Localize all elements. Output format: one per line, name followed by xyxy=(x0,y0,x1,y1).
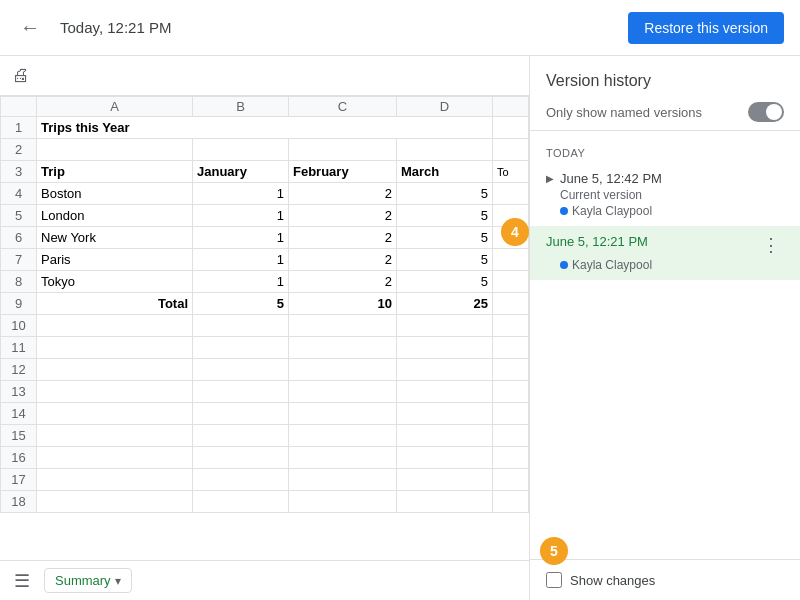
table-row: 13 xyxy=(1,381,529,403)
spreadsheet-table: A B C D 1 Trips this Year xyxy=(0,96,529,513)
version-time-2: June 5, 12:21 PM xyxy=(546,234,648,249)
cell-c3[interactable]: February xyxy=(289,161,397,183)
version-user-1: Kayla Claypool xyxy=(572,204,652,218)
user-dot-icon-2 xyxy=(560,261,568,269)
cell-a4[interactable]: Boston xyxy=(37,183,193,205)
table-row: 17 xyxy=(1,469,529,491)
print-icon[interactable]: 🖨 xyxy=(12,65,30,86)
version-item-top-1: ▶ June 5, 12:42 PM xyxy=(546,171,784,186)
cell-b3[interactable]: January xyxy=(193,161,289,183)
cell-d8[interactable]: 5 xyxy=(397,271,493,293)
expand-arrow-icon[interactable]: ▶ xyxy=(546,173,554,184)
cell-a3[interactable]: Trip xyxy=(37,161,193,183)
table-row: 1 Trips this Year xyxy=(1,117,529,139)
grid-wrapper: A B C D 1 Trips this Year xyxy=(0,96,529,560)
version-item-header-1: ▶ June 5, 12:42 PM xyxy=(546,171,662,186)
version-list: TODAY ▶ June 5, 12:42 PM Current version… xyxy=(530,131,800,559)
corner-header xyxy=(1,97,37,117)
version-panel-title: Version history xyxy=(546,72,784,90)
cell-b8[interactable]: 1 xyxy=(193,271,289,293)
chevron-down-icon: ▾ xyxy=(115,574,121,588)
version-item-1[interactable]: ▶ June 5, 12:42 PM Current version Kayla… xyxy=(530,163,800,226)
hamburger-button[interactable]: ☰ xyxy=(8,566,36,596)
tab-bar: ☰ Summary ▾ xyxy=(0,560,529,600)
cell-d3[interactable]: March xyxy=(397,161,493,183)
table-row: 9 Total 5 10 25 xyxy=(1,293,529,315)
cell-b5[interactable]: 1 xyxy=(193,205,289,227)
named-versions-toggle[interactable] xyxy=(748,102,784,122)
cell-d7[interactable]: 5 xyxy=(397,249,493,271)
cell-c7[interactable]: 2 xyxy=(289,249,397,271)
table-row: 16 xyxy=(1,447,529,469)
cell-a8[interactable]: Tokyo xyxy=(37,271,193,293)
cell-c8[interactable]: 2 xyxy=(289,271,397,293)
toggle-thumb xyxy=(766,104,782,120)
row-num: 9 xyxy=(1,293,37,315)
col-header-a: A xyxy=(37,97,193,117)
cell-a6[interactable]: New York xyxy=(37,227,193,249)
table-row: 15 xyxy=(1,425,529,447)
row-num: 5 xyxy=(1,205,37,227)
cell-d5[interactable]: 5 xyxy=(397,205,493,227)
current-version-label: Current version xyxy=(560,188,642,202)
row-num: 15 xyxy=(1,425,37,447)
version-item-top-2: June 5, 12:21 PM ⋮ xyxy=(546,234,784,256)
cell-e7 xyxy=(493,249,529,271)
cell-e8 xyxy=(493,271,529,293)
row-num: 1 xyxy=(1,117,37,139)
col-header-d: D xyxy=(397,97,493,117)
cell-d6[interactable]: 5 xyxy=(397,227,493,249)
cell-a1[interactable]: Trips this Year xyxy=(37,117,493,139)
version-item-header-2: June 5, 12:21 PM xyxy=(546,234,648,249)
cell-c6[interactable]: 2 xyxy=(289,227,397,249)
cell-b4[interactable]: 1 xyxy=(193,183,289,205)
version-time-1: June 5, 12:42 PM xyxy=(560,171,662,186)
cell-a5[interactable]: London xyxy=(37,205,193,227)
cell-a9[interactable]: Total xyxy=(37,293,193,315)
sheet-body: 1 Trips this Year 2 xyxy=(1,117,529,513)
restore-version-button[interactable]: Restore this version xyxy=(628,12,784,44)
sheet-tab-summary[interactable]: Summary ▾ xyxy=(44,568,132,593)
row-num: 6 xyxy=(1,227,37,249)
cell-d9[interactable]: 25 xyxy=(397,293,493,315)
row-num: 2 xyxy=(1,139,37,161)
back-button[interactable]: ← xyxy=(16,12,44,43)
cell-b6[interactable]: 1 xyxy=(193,227,289,249)
version-panel-footer: Show changes xyxy=(530,559,800,600)
user-dot-icon-1 xyxy=(560,207,568,215)
row-num: 10 xyxy=(1,315,37,337)
cell-c9[interactable]: 10 xyxy=(289,293,397,315)
row-num: 17 xyxy=(1,469,37,491)
cell-c2 xyxy=(289,139,397,161)
cell-a7[interactable]: Paris xyxy=(37,249,193,271)
more-options-button[interactable]: ⋮ xyxy=(758,234,784,256)
version-panel-header: Version history Only show named versions xyxy=(530,56,800,131)
cell-d4[interactable]: 5 xyxy=(397,183,493,205)
cell-c5[interactable]: 2 xyxy=(289,205,397,227)
step-badge-5: 5 xyxy=(540,537,568,565)
table-row: 12 xyxy=(1,359,529,381)
table-row: 3 Trip January February March To xyxy=(1,161,529,183)
version-item-2[interactable]: June 5, 12:21 PM ⋮ Kayla Claypool xyxy=(530,226,800,280)
cell-a2 xyxy=(37,139,193,161)
cell-e1 xyxy=(493,117,529,139)
row-num: 8 xyxy=(1,271,37,293)
named-versions-label: Only show named versions xyxy=(546,105,702,120)
cell-c4[interactable]: 2 xyxy=(289,183,397,205)
named-versions-row: Only show named versions xyxy=(546,102,784,122)
row-num: 14 xyxy=(1,403,37,425)
table-row: 5 London 1 2 5 xyxy=(1,205,529,227)
col-header-b: B xyxy=(193,97,289,117)
row-num: 12 xyxy=(1,359,37,381)
show-changes-checkbox[interactable] xyxy=(546,572,562,588)
cell-b9[interactable]: 5 xyxy=(193,293,289,315)
col-header-e xyxy=(493,97,529,117)
cell-b7[interactable]: 1 xyxy=(193,249,289,271)
row-num: 4 xyxy=(1,183,37,205)
show-changes-label[interactable]: Show changes xyxy=(570,573,655,588)
table-row: 10 xyxy=(1,315,529,337)
table-row: 8 Tokyo 1 2 5 xyxy=(1,271,529,293)
cell-e3: To xyxy=(493,161,529,183)
row-num: 18 xyxy=(1,491,37,513)
today-section-label: TODAY xyxy=(530,139,800,163)
